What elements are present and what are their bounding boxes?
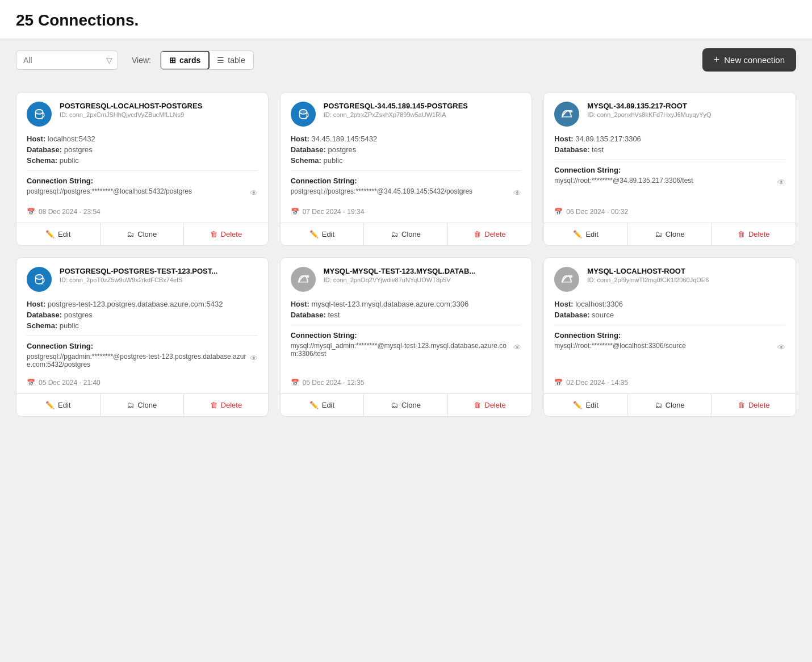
delete-icon: 🗑 xyxy=(474,230,481,238)
card-name: POSTGRESQL-POSTGRES-TEST-123.POST... xyxy=(60,267,258,275)
eye-icon[interactable]: 👁 xyxy=(513,343,521,352)
card-divider xyxy=(27,336,258,336)
delete-label: Delete xyxy=(221,230,242,238)
clone-button[interactable]: 🗂 Clone xyxy=(101,223,185,245)
delete-label: Delete xyxy=(748,401,770,409)
db-icon-postgres xyxy=(27,267,52,292)
edit-button[interactable]: ✏️ Edit xyxy=(544,394,628,416)
eye-icon[interactable]: 👁 xyxy=(250,354,258,363)
delete-label: Delete xyxy=(484,401,506,409)
cards-area: POSTGRESQL-LOCALHOST-POSTGRES ID: conn_2… xyxy=(0,81,812,428)
card-card-1: POSTGRESQL-LOCALHOST-POSTGRES ID: conn_2… xyxy=(16,92,269,246)
card-body: Host: postgres-test-123.postgres.databas… xyxy=(16,300,268,374)
card-host-field: Host: 34.45.189.145:5432 xyxy=(291,135,522,143)
db-icon-postgres xyxy=(27,102,52,127)
card-date: 📅 05 Dec 2024 - 12:35 xyxy=(281,374,532,393)
card-divider xyxy=(291,325,522,325)
calendar-icon: 📅 xyxy=(291,379,299,387)
card-divider xyxy=(554,325,785,325)
edit-icon: ✏️ xyxy=(309,230,319,238)
calendar-icon: 📅 xyxy=(27,379,35,387)
card-host-field: Host: localhost:3306 xyxy=(554,300,785,308)
view-toggle: ⊞ cards ☰ table xyxy=(160,51,254,70)
card-id: ID: conn_2ponxhVs8kKFd7HxyJ6MuyqyYyQ xyxy=(587,111,785,118)
eye-icon[interactable]: 👁 xyxy=(777,178,785,187)
card-title-block: POSTGRESQL-34.45.189.145-POSTGRES ID: co… xyxy=(324,102,522,118)
filter-wrap: ▽ xyxy=(16,51,118,70)
card-database-field: Database: postgres xyxy=(291,145,522,154)
edit-button[interactable]: ✏️ Edit xyxy=(281,394,365,416)
card-database-field: Database: postgres xyxy=(27,311,258,319)
new-connection-label: New connection xyxy=(724,55,785,65)
card-card-3: MYSQL-34.89.135.217-ROOT ID: conn_2ponxh… xyxy=(543,92,796,246)
conn-string-text: mysql://mysql_admin:********@mysql-test-… xyxy=(291,342,510,358)
edit-button[interactable]: ✏️ Edit xyxy=(544,223,628,245)
eye-icon[interactable]: 👁 xyxy=(513,188,521,198)
card-title-block: POSTGRESQL-LOCALHOST-POSTGRES ID: conn_2… xyxy=(60,102,258,118)
clone-label: Clone xyxy=(665,401,685,409)
conn-string-wrap: mysql://root:********@localhost:3306/sou… xyxy=(554,342,785,352)
card-date: 📅 06 Dec 2024 - 00:32 xyxy=(544,203,796,223)
eye-icon[interactable]: 👁 xyxy=(777,343,785,352)
clone-icon: 🗂 xyxy=(391,230,398,238)
db-icon-postgres xyxy=(291,102,316,127)
svg-point-1 xyxy=(36,110,43,114)
db-icon-mysql-disabled xyxy=(291,267,316,292)
card-title-block: POSTGRESQL-POSTGRES-TEST-123.POST... ID:… xyxy=(60,267,258,283)
filter-input[interactable] xyxy=(16,51,118,70)
svg-point-4 xyxy=(299,110,307,114)
card-name: MYSQL-LOCALHOST-ROOT xyxy=(587,267,785,275)
clone-label: Clone xyxy=(137,230,157,238)
card-title-block: MYSQL-LOCALHOST-ROOT ID: conn_2pf9ymwTI2… xyxy=(587,267,785,283)
card-date-text: 07 Dec 2024 - 19:34 xyxy=(303,208,365,216)
conn-string-wrap: postgresql://postgres:********@localhost… xyxy=(27,187,258,198)
delete-icon: 🗑 xyxy=(738,401,745,409)
page-title: 25 Connections. xyxy=(16,11,796,30)
clone-button[interactable]: 🗂 Clone xyxy=(628,394,712,416)
eye-icon[interactable]: 👁 xyxy=(250,188,258,198)
card-title-block: MYSQL-34.89.135.217-ROOT ID: conn_2ponxh… xyxy=(587,102,785,118)
card-database-field: Database: test xyxy=(554,145,785,154)
edit-label: Edit xyxy=(58,230,70,238)
edit-button[interactable]: ✏️ Edit xyxy=(16,223,101,245)
clone-label: Clone xyxy=(665,230,685,238)
card-actions: ✏️ Edit 🗂 Clone 🗑 Delete xyxy=(16,393,268,416)
edit-button[interactable]: ✏️ Edit xyxy=(16,394,101,416)
clone-icon: 🗂 xyxy=(655,230,662,238)
delete-button[interactable]: 🗑 Delete xyxy=(184,394,268,416)
delete-button[interactable]: 🗑 Delete xyxy=(711,223,796,245)
delete-button[interactable]: 🗑 Delete xyxy=(184,223,268,245)
clone-button[interactable]: 🗂 Clone xyxy=(628,223,712,245)
card-host-field: Host: 34.89.135.217:3306 xyxy=(554,135,785,143)
edit-button[interactable]: ✏️ Edit xyxy=(281,223,365,245)
delete-button[interactable]: 🗑 Delete xyxy=(448,394,532,416)
delete-button[interactable]: 🗑 Delete xyxy=(711,394,796,416)
card-date: 📅 02 Dec 2024 - 14:35 xyxy=(544,374,796,393)
card-divider xyxy=(27,170,258,171)
clone-icon: 🗂 xyxy=(127,230,134,238)
svg-point-10 xyxy=(41,283,43,284)
cards-grid-icon: ⊞ xyxy=(169,56,176,65)
table-view-button[interactable]: ☰ table xyxy=(209,51,253,69)
card-date-text: 02 Dec 2024 - 14:35 xyxy=(566,379,628,387)
cards-row-1: POSTGRESQL-POSTGRES-TEST-123.POST... ID:… xyxy=(16,257,796,417)
delete-button[interactable]: 🗑 Delete xyxy=(448,223,532,245)
card-actions: ✏️ Edit 🗂 Clone 🗑 Delete xyxy=(281,393,532,416)
new-connection-button[interactable]: + New connection xyxy=(702,48,796,72)
card-database-field: Database: source xyxy=(554,311,785,319)
table-icon: ☰ xyxy=(217,56,224,65)
clone-label: Clone xyxy=(401,230,421,238)
clone-button[interactable]: 🗂 Clone xyxy=(101,394,185,416)
card-id: ID: conn_2ptrxZPxZsxhXp7899w5aUW1RIA xyxy=(324,111,522,118)
conn-string-label: Connection String: xyxy=(291,331,522,340)
card-date-text: 05 Dec 2024 - 12:35 xyxy=(303,379,365,387)
cards-view-button[interactable]: ⊞ cards xyxy=(160,51,210,70)
card-id: ID: conn_2poT0zZ5w9uW9x2rkdFCBx74eIS xyxy=(60,276,258,283)
card-body: Host: 34.45.189.145:5432 Database: postg… xyxy=(281,135,532,203)
edit-label: Edit xyxy=(585,401,598,409)
clone-button[interactable]: 🗂 Clone xyxy=(364,223,448,245)
conn-string-text: mysql://root:********@localhost:3306/sou… xyxy=(554,342,774,350)
card-schema-field: Schema: public xyxy=(291,156,522,165)
clone-button[interactable]: 🗂 Clone xyxy=(364,394,448,416)
edit-label: Edit xyxy=(58,401,70,409)
